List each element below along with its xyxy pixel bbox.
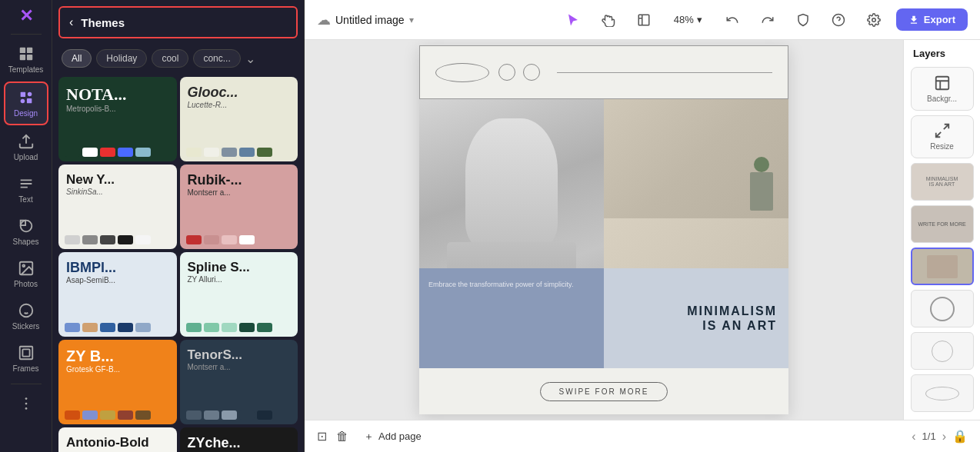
hand-tool-button[interactable] [595,7,622,33]
theme-card-rubik[interactable]: Rubik-... Montserr a... [180,165,298,249]
help-button[interactable] [825,7,852,33]
design-label: Design [14,109,38,118]
color-swatch [186,148,202,157]
theme-card-antonio[interactable]: Antonio-Bold [58,427,177,452]
redo-button[interactable] [755,7,781,33]
glooc-title: Glooc... [188,85,238,101]
trash-icon[interactable]: 🗑 [336,430,348,444]
filter-all[interactable]: All [62,49,92,68]
spline-subtitle: ZY Alluri... [188,275,250,284]
stickers-label: Stickers [12,322,40,331]
prev-page-button[interactable]: ‹ [912,430,915,444]
color-swatch [222,323,237,332]
canvas-right-top-photo [604,99,788,218]
zoom-button[interactable]: 48% ▾ [666,11,710,28]
color-swatch [186,410,202,420]
large-circle-shape [930,297,955,321]
more-icon [18,395,35,412]
theme-card-newy[interactable]: New Y... SinkinSa... [58,165,177,249]
layout-button[interactable] [631,7,657,33]
frame-icon[interactable]: ⊡ [317,429,327,444]
themes-panel: ‹ Themes All Holiday cool conc... ⌄ NOTA… [52,0,305,452]
theme-card-spline[interactable]: Spline S... ZY Alluri... [180,252,298,337]
more-button[interactable] [4,389,48,418]
filter-conc[interactable]: conc... [193,49,240,68]
svg-point-12 [22,264,25,267]
color-swatch [135,235,151,244]
layer-circle-small[interactable] [911,332,974,370]
sidebar-item-stickers[interactable]: Stickers [4,296,48,337]
layer-thumbnail-1[interactable]: MINIMALISMIS AN ART [911,163,974,201]
color-swatch [82,323,98,332]
page-indicator: 1/1 [922,430,936,442]
cursor-icon [566,13,580,27]
layer-oval[interactable] [911,374,974,412]
doc-title-chevron[interactable]: ▾ [409,15,414,25]
export-icon [908,15,919,25]
undo-button[interactable] [719,7,745,33]
next-page-button[interactable]: › [942,430,946,444]
shield-icon [796,13,810,27]
theme-card-zy[interactable]: ZY B... Grotesk GF-B... [58,340,177,424]
cloud-icon: ☁ [317,12,331,28]
canvas[interactable]: Embrace the transformative power of simp… [419,45,788,414]
color-swatch [204,235,219,244]
sidebar-item-text[interactable]: Text [4,169,48,210]
theme-card-tenor[interactable]: TenorS... Montserr a... [180,340,298,424]
filter-more-icon[interactable]: ⌄ [245,52,255,66]
zoom-value: 48% [674,14,694,25]
spline-title: Spline S... [188,260,250,275]
color-swatch [100,323,115,332]
svg-rect-1 [26,48,32,53]
add-page-button[interactable]: ＋ Add page [358,427,428,447]
canvas-circles [498,64,540,81]
svg-rect-0 [19,48,25,53]
color-swatch [118,410,133,420]
lock-icon[interactable]: 🔒 [952,429,968,444]
select-tool-button[interactable] [560,7,586,33]
color-swatch [118,235,133,244]
canvas-line [557,72,772,73]
canvas-container[interactable]: Embrace the transformative power of simp… [305,40,903,420]
export-button[interactable]: Export [896,8,968,31]
shapes-label: Shapes [13,238,39,246]
layer-thumbnail-2[interactable]: WRITE FOR MORE [911,205,974,243]
sidebar-item-photos[interactable]: Photos [4,254,48,294]
undo-icon [725,13,739,27]
tenor-colors [180,406,298,424]
filter-holiday[interactable]: Holiday [96,49,147,68]
sidebar-item-shapes[interactable]: Shapes [4,211,48,252]
theme-card-zyche[interactable]: ZYche... [180,427,298,452]
color-swatch [222,235,237,244]
svg-point-18 [25,407,27,410]
design-icon [18,89,35,106]
sidebar-item-upload[interactable]: Upload [4,127,48,168]
theme-card-ibm[interactable]: IBMPl... Asap-SemiB... [58,252,177,337]
upload-icon [18,133,35,150]
glooc-colors [180,143,298,161]
sidebar-item-design[interactable]: Design [4,81,48,125]
settings-button[interactable] [861,7,887,33]
svg-rect-15 [22,349,29,356]
layer-thumbnail-3[interactable] [911,248,974,285]
shapes-icon [18,218,35,234]
text-label: Text [18,195,32,204]
canvas-blue-block: Embrace the transformative power of simp… [419,268,604,368]
add-page-plus: ＋ [364,430,374,444]
color-swatch [100,235,115,244]
themes-grid: NOTA... Metropolis-B... Glooc... Lucette… [52,72,304,452]
zy-colors [58,406,177,424]
theme-card-glooc[interactable]: Glooc... Lucette-R... [180,77,298,161]
resize-button[interactable]: Resize [911,115,974,159]
background-button[interactable]: Backgr... [911,67,974,111]
filter-cool[interactable]: cool [152,49,188,68]
layer-circle-large[interactable] [911,290,974,327]
canvas-oval [435,63,489,82]
sidebar-item-templates[interactable]: Templates [4,39,48,80]
themes-header[interactable]: ‹ Themes [58,6,298,38]
sidebar-item-frames[interactable]: Frames [4,338,48,379]
shield-button[interactable] [790,7,816,33]
doc-title-area: ☁ Untitled image ▾ [317,12,414,28]
back-arrow-icon[interactable]: ‹ [69,15,73,29]
theme-card-nota[interactable]: NOTA... Metropolis-B... [58,77,177,161]
